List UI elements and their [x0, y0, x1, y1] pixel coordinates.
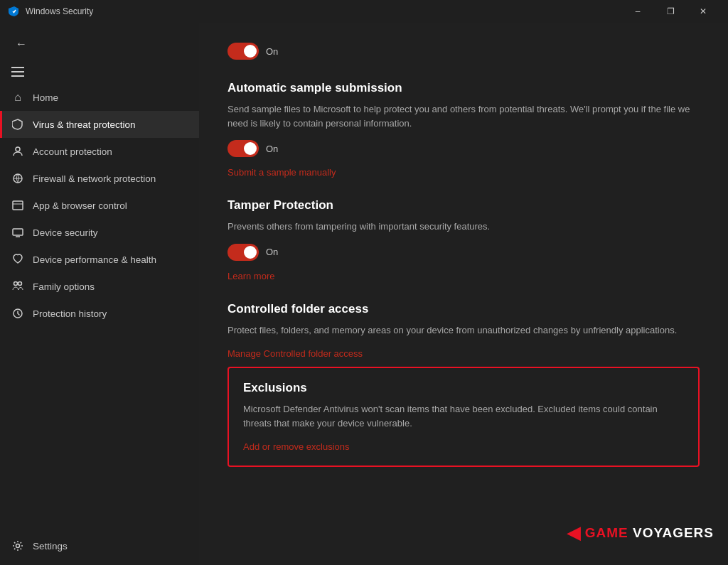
submission-toggle-label: On — [266, 46, 278, 57]
auto-sample-section: Automatic sample submission Send sample … — [228, 67, 700, 178]
main-panel: On Automatic sample submission Send samp… — [199, 23, 728, 565]
home-icon: ⌂ — [11, 91, 24, 104]
person-icon — [11, 145, 24, 158]
svg-point-0 — [16, 147, 20, 151]
sidebar-top: ← — [0, 28, 199, 63]
close-button[interactable]: ✕ — [687, 0, 719, 23]
manage-controlled-folder-link[interactable]: Manage Controlled folder access — [228, 348, 363, 359]
exclusions-desc: Microsoft Defender Antivirus won't scan … — [243, 402, 684, 430]
submission-toggle[interactable] — [228, 43, 259, 60]
tamper-toggle[interactable] — [228, 244, 259, 261]
exclusions-box: Exclusions Microsoft Defender Antivirus … — [228, 367, 700, 467]
auto-sample-toggle-label: On — [266, 144, 278, 154]
minimize-button[interactable]: – — [621, 0, 654, 23]
network-icon — [11, 172, 24, 185]
svg-rect-3 — [13, 229, 23, 235]
sidebar-item-label: Protection history — [33, 308, 107, 319]
controlled-folder-section: Controlled folder access Protect files, … — [228, 288, 700, 360]
title-bar: Windows Security – ❐ ✕ — [0, 0, 728, 23]
app-title: Windows Security — [26, 6, 93, 16]
sidebar-item-virus[interactable]: Virus & threat protection — [0, 111, 199, 138]
app-body: ← ⌂ Home Virus & threat protection — [0, 23, 728, 565]
sidebar-item-app-browser[interactable]: App & browser control — [0, 192, 199, 219]
browser-icon — [11, 199, 24, 212]
submit-sample-link[interactable]: Submit a sample manually — [228, 167, 336, 178]
sidebar-item-family[interactable]: Family options — [0, 273, 199, 300]
tamper-toggle-row: On — [228, 244, 700, 261]
device-icon — [11, 226, 24, 239]
auto-sample-desc: Send sample files to Microsoft to help p… — [228, 102, 700, 130]
toggle-thumb — [244, 142, 257, 155]
sidebar-item-label: Account protection — [33, 146, 112, 157]
sidebar-item-settings[interactable]: Settings — [0, 532, 199, 559]
tamper-title: Tamper Protection — [228, 198, 700, 212]
tamper-desc: Prevents others from tampering with impo… — [228, 220, 700, 234]
sidebar-item-label: Device performance & health — [33, 254, 156, 265]
family-icon — [11, 280, 24, 293]
sidebar-item-label: Virus & threat protection — [33, 119, 136, 130]
sidebar-item-label: Firewall & network protection — [33, 173, 156, 184]
hamburger-line-1 — [11, 67, 24, 68]
toggle-thumb — [244, 246, 257, 259]
auto-sample-title: Automatic sample submission — [228, 81, 700, 95]
restore-button[interactable]: ❐ — [654, 0, 687, 23]
top-toggle-row: On — [228, 37, 700, 60]
watermark-icon: ▶ — [567, 522, 581, 544]
title-bar-controls: – ❐ ✕ — [621, 0, 719, 23]
sidebar-item-label: App & browser control — [33, 200, 127, 211]
back-button[interactable]: ← — [11, 34, 31, 54]
sidebar-item-account[interactable]: Account protection — [0, 138, 199, 165]
tamper-section: Tamper Protection Prevents others from t… — [228, 184, 700, 282]
title-bar-left: Windows Security — [9, 6, 93, 17]
sidebar-item-protection-history[interactable]: Protection history — [0, 300, 199, 327]
watermark-text: GAME VOYAGERS — [585, 525, 714, 541]
sidebar-item-label: Settings — [33, 541, 68, 551]
sidebar-item-home[interactable]: ⌂ Home — [0, 84, 199, 111]
settings-icon — [11, 539, 24, 552]
app-icon — [9, 6, 20, 17]
shield-icon — [11, 118, 24, 131]
watermark-voyagers: VOYAGERS — [628, 525, 714, 540]
sidebar: ← ⌂ Home Virus & threat protection — [0, 23, 199, 565]
sidebar-item-label: Family options — [33, 281, 95, 292]
sidebar-item-device-security[interactable]: Device security — [0, 219, 199, 246]
svg-point-5 — [18, 282, 22, 286]
sidebar-item-label: Home — [33, 92, 58, 103]
sidebar-bottom: Settings — [0, 532, 199, 565]
add-remove-exclusions-link[interactable]: Add or remove exclusions — [243, 441, 350, 452]
top-strip: On — [228, 23, 700, 60]
watermark: ▶ GAME VOYAGERS — [567, 522, 714, 544]
history-icon — [11, 307, 24, 320]
sidebar-item-device-health[interactable]: Device performance & health — [0, 246, 199, 273]
hamburger-menu[interactable] — [0, 63, 199, 81]
health-icon — [11, 253, 24, 266]
controlled-folder-title: Controlled folder access — [228, 302, 700, 316]
auto-sample-toggle-row: On — [228, 140, 700, 157]
toggle-thumb — [244, 45, 257, 58]
svg-point-4 — [14, 282, 18, 286]
learn-more-link[interactable]: Learn more — [228, 271, 274, 281]
controlled-folder-desc: Protect files, folders, and memory areas… — [228, 323, 700, 338]
svg-rect-2 — [13, 201, 23, 210]
svg-point-7 — [16, 544, 20, 548]
exclusions-title: Exclusions — [243, 381, 684, 395]
auto-sample-toggle[interactable] — [228, 140, 259, 157]
watermark-game: GAME — [585, 525, 628, 540]
tamper-toggle-label: On — [266, 247, 278, 257]
sidebar-item-firewall[interactable]: Firewall & network protection — [0, 165, 199, 192]
sidebar-item-label: Device security — [33, 227, 98, 238]
hamburger-line-3 — [11, 75, 24, 77]
hamburger-line-2 — [11, 71, 24, 72]
